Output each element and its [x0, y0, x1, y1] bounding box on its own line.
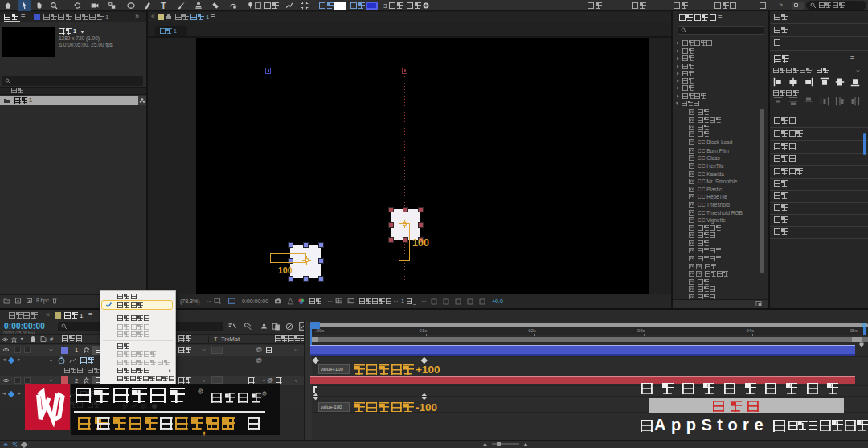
svg-text:R: R [264, 392, 266, 395]
svg-text:R: R [199, 390, 202, 393]
svg-text:2: 2 [219, 301, 221, 305]
